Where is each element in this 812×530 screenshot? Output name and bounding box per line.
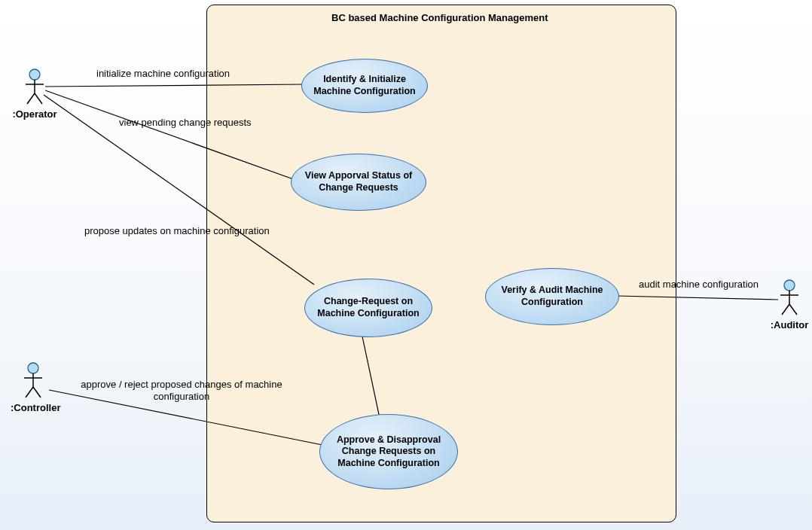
svg-line-15 — [33, 387, 41, 398]
assoc-label-view-pending: view pending change requests — [119, 117, 252, 129]
actor-operator: :Operator — [12, 68, 57, 120]
usecase-identify-initialize: Identify & Initialize Machine Configurat… — [301, 59, 428, 113]
usecase-approve-disapprove: Approve & Disapproval Change Requests on… — [319, 414, 458, 489]
svg-line-20 — [789, 304, 797, 315]
assoc-label-audit: audit machine configuration — [639, 279, 759, 291]
actor-operator-label: :Operator — [12, 108, 57, 120]
actor-icon — [21, 68, 48, 107]
assoc-label-approve: approve / reject proposed changes of mac… — [65, 379, 298, 402]
actor-icon — [20, 361, 47, 401]
svg-point-11 — [28, 363, 38, 373]
svg-line-19 — [782, 304, 789, 315]
assoc-label-initialize: initialize machine configuration — [96, 68, 230, 80]
usecase-change-request: Change-Request on Machine Configuration — [304, 279, 432, 337]
actor-controller: :Controller — [11, 361, 56, 413]
assoc-label-propose: propose updates on machine configuration — [84, 225, 270, 237]
usecase-verify-audit: Verify & Audit Machine Configuration — [485, 268, 619, 325]
actor-controller-label: :Controller — [11, 402, 56, 413]
svg-line-10 — [35, 93, 42, 104]
svg-line-9 — [27, 93, 35, 104]
svg-point-6 — [29, 69, 40, 80]
svg-point-16 — [784, 280, 795, 291]
svg-line-14 — [26, 387, 33, 398]
actor-auditor-label: :Auditor — [767, 319, 812, 330]
actor-icon — [776, 279, 803, 318]
usecase-view-approval-status: View Apporval Status of Change Requests — [291, 154, 426, 211]
system-title: BC based Machine Configuration Managemen… — [331, 12, 548, 23]
actor-auditor: :Auditor — [767, 279, 812, 330]
